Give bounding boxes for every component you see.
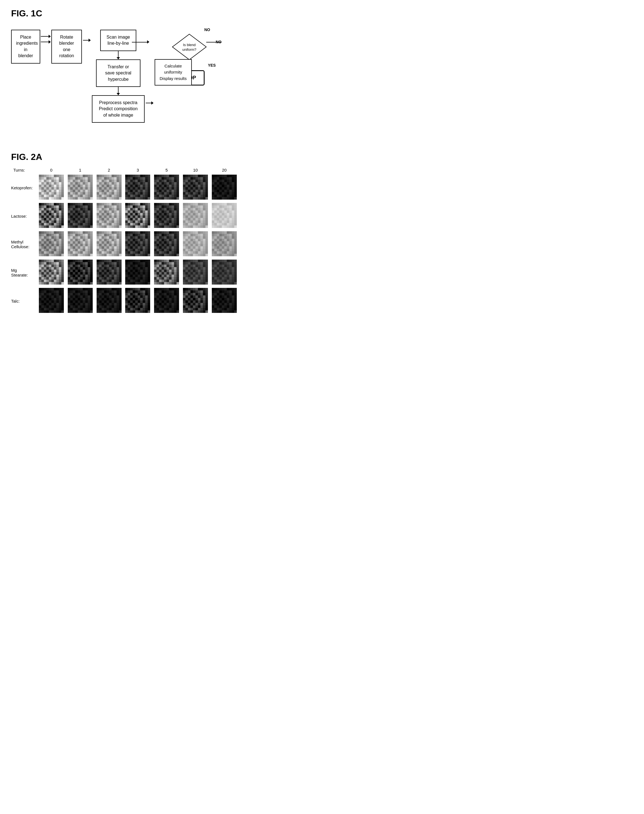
svg-rect-24 (46, 179, 49, 182)
svg-rect-25 (49, 179, 51, 182)
svg-rect-3045 (107, 298, 109, 300)
svg-rect-2567 (169, 274, 172, 277)
svg-rect-2084 (219, 251, 222, 254)
svg-rect-1367 (227, 218, 229, 221)
svg-rect-3257 (169, 300, 172, 303)
svg-rect-1257 (198, 215, 201, 218)
svg-rect-2491 (125, 282, 128, 285)
svg-rect-1501 (68, 231, 70, 234)
img-r0-c4 (154, 175, 179, 199)
svg-rect-3398 (201, 310, 203, 313)
svg-rect-2035 (222, 239, 224, 241)
svg-rect-1874 (161, 249, 164, 251)
svg-rect-490 (176, 195, 179, 197)
svg-rect-576 (195, 192, 198, 195)
svg-rect-1930 (205, 236, 208, 239)
svg-rect-3473 (217, 305, 219, 308)
img-r0-c6 (212, 175, 237, 199)
svg-rect-3179 (145, 305, 148, 308)
svg-rect-946 (109, 213, 112, 215)
svg-rect-689 (232, 195, 234, 197)
svg-rect-1465 (49, 246, 51, 249)
svg-rect-1104 (161, 203, 164, 205)
svg-rect-1098 (143, 225, 145, 228)
svg-rect-52 (41, 187, 44, 190)
svg-rect-2442 (128, 270, 130, 272)
svg-rect-2640 (205, 267, 208, 270)
svg-rect-1089 (145, 223, 148, 225)
svg-rect-1228 (201, 208, 203, 210)
svg-rect-1914 (190, 234, 193, 236)
svg-rect-3013 (101, 290, 104, 293)
svg-rect-3152 (128, 300, 130, 303)
img-r2-c0 (39, 231, 64, 256)
svg-rect-3044 (104, 298, 107, 300)
svg-rect-1643 (101, 241, 104, 244)
svg-rect-2691 (183, 282, 186, 285)
svg-rect-867 (83, 218, 85, 221)
svg-rect-2801 (39, 288, 41, 290)
svg-rect-2672 (186, 277, 188, 280)
svg-rect-1236 (195, 210, 198, 213)
svg-rect-3122 (128, 293, 130, 295)
svg-rect-1490 (61, 251, 64, 254)
svg-rect-2645 (193, 270, 195, 272)
svg-rect-535 (193, 182, 195, 185)
svg-rect-2824 (46, 293, 49, 295)
svg-rect-2132 (41, 267, 44, 270)
svg-rect-607 (227, 175, 229, 177)
svg-rect-2468 (143, 274, 145, 277)
svg-rect-919 (117, 205, 119, 208)
svg-rect-2665 (193, 274, 195, 277)
list-item (210, 202, 239, 230)
svg-rect-901 (97, 203, 99, 205)
svg-rect-1756 (138, 244, 140, 246)
svg-rect-3356 (195, 300, 198, 303)
svg-rect-49 (59, 185, 61, 187)
svg-rect-893 (73, 225, 75, 228)
svg-rect-2831 (39, 295, 41, 298)
svg-rect-465 (164, 190, 167, 192)
list-item (95, 259, 124, 287)
svg-rect-713 (44, 205, 46, 208)
svg-rect-9 (59, 175, 61, 177)
svg-rect-1380 (234, 221, 237, 223)
svg-rect-1015 (135, 205, 138, 208)
svg-rect-3115 (135, 290, 138, 293)
svg-rect-3136 (138, 295, 140, 298)
svg-rect-1946 (195, 241, 198, 244)
svg-rect-756 (51, 215, 54, 218)
svg-rect-632 (214, 182, 217, 185)
svg-rect-1977 (198, 249, 201, 251)
svg-rect-3345 (193, 298, 195, 300)
svg-rect-3213 (159, 290, 161, 293)
svg-rect-101 (68, 175, 70, 177)
svg-rect-3287 (169, 308, 172, 310)
svg-rect-1031 (125, 210, 128, 213)
svg-rect-1938 (201, 239, 203, 241)
svg-rect-250 (119, 185, 121, 187)
svg-rect-2800 (234, 282, 237, 285)
svg-rect-375 (135, 192, 138, 195)
svg-rect-2710 (234, 259, 237, 262)
svg-rect-2053 (217, 244, 219, 246)
svg-rect-672 (214, 192, 217, 195)
svg-rect-2914 (75, 290, 78, 293)
svg-rect-743 (44, 213, 46, 215)
svg-rect-3242 (156, 298, 159, 300)
svg-rect-362 (128, 190, 130, 192)
svg-rect-2952 (70, 300, 73, 303)
svg-rect-2806 (51, 288, 54, 290)
svg-rect-914 (104, 205, 107, 208)
svg-rect-471 (154, 192, 156, 195)
svg-rect-2281 (68, 280, 70, 282)
svg-rect-263 (101, 190, 104, 192)
svg-rect-1646 (109, 241, 112, 244)
svg-rect-1304 (219, 203, 222, 205)
svg-rect-2840 (61, 295, 64, 298)
svg-rect-1566 (80, 246, 83, 249)
svg-rect-2887 (54, 308, 56, 310)
svg-rect-577 (198, 192, 201, 195)
svg-rect-594 (190, 197, 193, 199)
svg-rect-2537 (169, 267, 172, 270)
